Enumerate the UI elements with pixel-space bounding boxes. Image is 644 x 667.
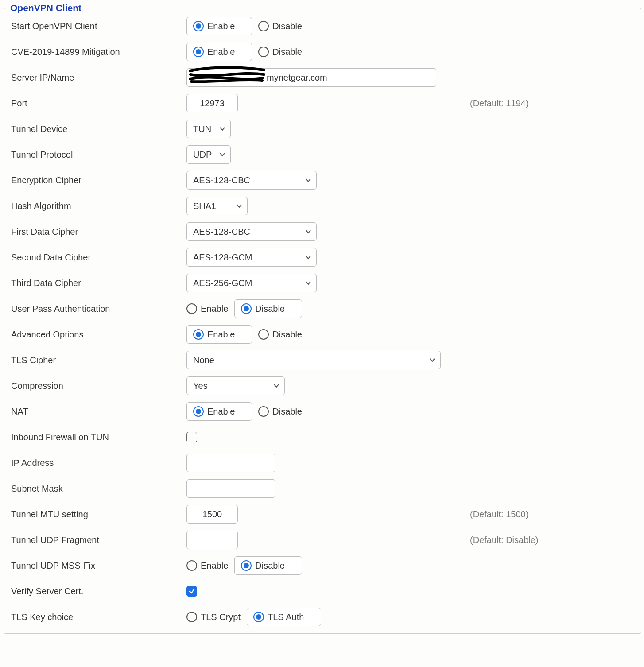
- row-inbound-firewall: Inbound Firewall on TUN: [8, 424, 637, 450]
- panel-title: OpenVPN Client: [8, 3, 84, 13]
- row-ip-address: IP Address: [8, 450, 637, 476]
- label-user-pass-auth: User Pass Authentication: [11, 304, 186, 314]
- row-cve: CVE-2019-14899 Mitigation Enable Disable: [8, 39, 637, 65]
- checkbox-verify-cert[interactable]: [186, 586, 197, 597]
- label-tunnel-protocol: Tunnel Protocol: [11, 150, 186, 160]
- label-encryption-cipher: Encryption Cipher: [11, 175, 186, 186]
- radio-adv-enable[interactable]: Enable: [186, 325, 252, 344]
- select-compression[interactable]: Yes: [186, 376, 285, 395]
- radio-tls-auth[interactable]: TLS Auth: [247, 608, 321, 626]
- label-hash: Hash Algorithm: [11, 201, 186, 211]
- openvpn-client-panel: OpenVPN Client Start OpenVPN Client Enab…: [4, 3, 641, 634]
- hint-port: (Default: 1194): [470, 98, 528, 109]
- row-port: Port (Default: 1194): [8, 90, 637, 116]
- chevron-down-icon: [219, 125, 226, 132]
- select-encryption-cipher[interactable]: AES-128-CBC: [186, 171, 317, 190]
- chevron-down-icon: [273, 382, 280, 389]
- select-second-data-cipher[interactable]: AES-128-GCM: [186, 248, 317, 267]
- input-tunnel-udp-fragment[interactable]: [186, 531, 238, 549]
- radio-upa-enable[interactable]: Enable: [186, 303, 228, 314]
- chevron-down-icon: [305, 228, 312, 235]
- radio-mss-disable[interactable]: Disable: [234, 556, 302, 575]
- row-tls-cipher: TLS Cipher None: [8, 347, 637, 373]
- radio-adv-disable[interactable]: Disable: [258, 329, 302, 340]
- select-tunnel-device[interactable]: TUN: [186, 120, 231, 138]
- row-tls-key-choice: TLS Key choice TLS Crypt TLS Auth: [8, 604, 637, 630]
- row-tunnel-udp-fragment: Tunnel UDP Fragment (Default: Disable): [8, 527, 637, 553]
- label-tls-cipher: TLS Cipher: [11, 355, 186, 365]
- row-first-data-cipher: First Data Cipher AES-128-CBC: [8, 219, 637, 244]
- row-start-client: Start OpenVPN Client Enable Disable: [8, 13, 637, 39]
- row-hash: Hash Algorithm SHA1: [8, 193, 637, 219]
- radio-mss-enable[interactable]: Enable: [186, 560, 228, 571]
- label-cve: CVE-2019-14899 Mitigation: [11, 47, 186, 57]
- row-second-data-cipher: Second Data Cipher AES-128-GCM: [8, 244, 637, 270]
- row-compression: Compression Yes: [8, 373, 637, 399]
- radio-cve-enable[interactable]: Enable: [186, 43, 252, 61]
- hint-fragment: (Default: Disable): [470, 535, 539, 545]
- chevron-down-icon: [219, 151, 226, 158]
- select-first-data-cipher[interactable]: AES-128-CBC: [186, 222, 317, 241]
- select-third-data-cipher[interactable]: AES-256-GCM: [186, 274, 317, 292]
- label-compression: Compression: [11, 381, 186, 391]
- label-first-data-cipher: First Data Cipher: [11, 227, 186, 237]
- chevron-down-icon: [429, 357, 436, 364]
- radio-cve-disable[interactable]: Disable: [258, 47, 302, 57]
- chevron-down-icon: [305, 279, 312, 287]
- input-ip-address[interactable]: [186, 454, 275, 472]
- input-server[interactable]: [186, 68, 436, 87]
- row-tunnel-device: Tunnel Device TUN: [8, 116, 637, 142]
- radio-nat-disable[interactable]: Disable: [258, 406, 302, 417]
- input-port[interactable]: [186, 94, 238, 112]
- select-hash[interactable]: SHA1: [186, 197, 248, 215]
- chevron-down-icon: [305, 177, 312, 184]
- row-tunnel-protocol: Tunnel Protocol UDP: [8, 142, 637, 167]
- label-second-data-cipher: Second Data Cipher: [11, 252, 186, 263]
- label-port: Port: [11, 98, 186, 109]
- label-tunnel-device: Tunnel Device: [11, 124, 186, 134]
- checkbox-inbound-firewall[interactable]: [186, 432, 197, 442]
- input-subnet-mask[interactable]: [186, 479, 275, 498]
- label-ip-address: IP Address: [11, 458, 186, 468]
- chevron-down-icon: [305, 254, 312, 261]
- row-verify-cert: Verify Server Cert.: [8, 578, 637, 604]
- label-advanced-options: Advanced Options: [11, 330, 186, 340]
- label-server: Server IP/Name: [11, 73, 186, 83]
- radio-start-enable[interactable]: Enable: [186, 17, 252, 35]
- label-nat: NAT: [11, 407, 186, 417]
- label-subnet-mask: Subnet Mask: [11, 484, 186, 494]
- row-user-pass-auth: User Pass Authentication Enable Disable: [8, 296, 637, 322]
- row-nat: NAT Enable Disable: [8, 399, 637, 424]
- label-third-data-cipher: Third Data Cipher: [11, 278, 186, 288]
- input-tunnel-mtu[interactable]: [186, 505, 238, 524]
- row-server: Server IP/Name: [8, 65, 637, 90]
- row-third-data-cipher: Third Data Cipher AES-256-GCM: [8, 270, 637, 296]
- check-icon: [188, 588, 195, 595]
- radio-tls-crypt[interactable]: TLS Crypt: [186, 612, 241, 622]
- label-start-client: Start OpenVPN Client: [11, 21, 186, 31]
- label-tunnel-udp-fragment: Tunnel UDP Fragment: [11, 535, 186, 545]
- row-subnet-mask: Subnet Mask: [8, 476, 637, 501]
- select-tunnel-protocol[interactable]: UDP: [186, 145, 231, 164]
- radio-start-disable[interactable]: Disable: [258, 21, 302, 31]
- row-mss-fix: Tunnel UDP MSS-Fix Enable Disable: [8, 553, 637, 578]
- label-verify-cert: Verify Server Cert.: [11, 586, 186, 597]
- row-tunnel-mtu: Tunnel MTU setting (Default: 1500): [8, 501, 637, 527]
- radio-nat-enable[interactable]: Enable: [186, 402, 252, 421]
- hint-mtu: (Default: 1500): [470, 509, 528, 520]
- label-tls-key-choice: TLS Key choice: [11, 612, 186, 622]
- row-encryption-cipher: Encryption Cipher AES-128-CBC: [8, 167, 637, 193]
- select-tls-cipher[interactable]: None: [186, 351, 441, 369]
- label-mss-fix: Tunnel UDP MSS-Fix: [11, 561, 186, 571]
- radio-upa-disable[interactable]: Disable: [234, 299, 302, 318]
- chevron-down-icon: [236, 202, 243, 209]
- row-advanced-options: Advanced Options Enable Disable: [8, 322, 637, 347]
- label-tunnel-mtu: Tunnel MTU setting: [11, 509, 186, 520]
- label-inbound-firewall: Inbound Firewall on TUN: [11, 432, 186, 442]
